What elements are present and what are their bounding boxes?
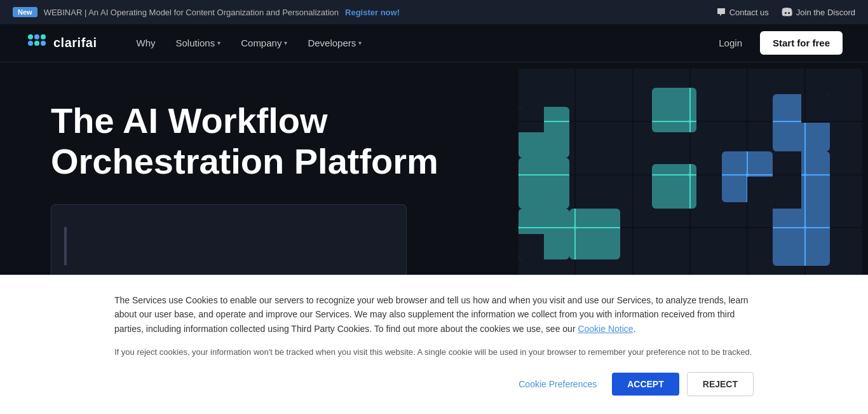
clarifai-logo-icon [25, 32, 48, 55]
nav-why[interactable]: Why [128, 32, 163, 53]
cookie-actions: Cookie Preferences ACCEPT REJECT [114, 372, 754, 396]
cookie-banner: The Services use Cookies to enable our s… [0, 275, 868, 414]
navbar: clarifai Why Solutions ▾ Company ▾ Devel… [0, 24, 868, 62]
svg-point-4 [34, 41, 39, 46]
accept-button[interactable]: ACCEPT [612, 373, 679, 396]
reject-button[interactable]: REJECT [687, 372, 754, 396]
company-chevron-icon: ▾ [284, 39, 287, 46]
contact-us-link[interactable]: Contact us [716, 7, 769, 17]
cookie-preferences-button[interactable]: Cookie Preferences [511, 374, 604, 394]
announcement-left: New WEBINAR | An AI Operating Model for … [13, 7, 400, 17]
svg-point-1 [34, 34, 39, 39]
solutions-chevron-icon: ▾ [217, 39, 220, 46]
announcement-text: WEBINAR | An AI Operating Model for Cont… [44, 8, 339, 17]
logo[interactable]: clarifai [25, 32, 97, 55]
discord-icon [782, 8, 793, 17]
register-link[interactable]: Register now! [345, 8, 400, 17]
hero-title: The AI Workflow Orchestration Platform [51, 100, 438, 183]
svg-point-5 [41, 41, 46, 46]
cookie-notice-link[interactable]: Cookie Notice [578, 324, 633, 334]
nav-links: Why Solutions ▾ Company ▾ Developers ▾ [128, 32, 711, 53]
cookie-main-text: The Services use Cookies to enable our s… [114, 293, 754, 336]
nav-solutions[interactable]: Solutions ▾ [168, 32, 228, 53]
discord-label: Join the Discord [796, 8, 855, 17]
chat-icon [716, 7, 726, 17]
svg-point-2 [41, 34, 46, 39]
announcement-right: Contact us Join the Discord [716, 7, 855, 17]
cookie-reject-info: If you reject cookies, your information … [114, 346, 754, 359]
developers-chevron-icon: ▾ [358, 39, 362, 46]
svg-point-3 [28, 41, 33, 46]
login-button[interactable]: Login [711, 32, 750, 53]
start-free-button[interactable]: Start for free [760, 31, 843, 55]
logo-text: clarifai [53, 36, 97, 50]
announcement-bar: New WEBINAR | An AI Operating Model for … [0, 0, 868, 24]
nav-actions: Login Start for free [711, 31, 843, 55]
hero-section: The AI Workflow Orchestration Platform [0, 62, 868, 287]
svg-point-0 [28, 34, 33, 39]
contact-us-label: Contact us [729, 8, 769, 17]
hero-grid-decoration [512, 62, 868, 287]
discord-link[interactable]: Join the Discord [782, 8, 855, 17]
video-timeline [64, 227, 67, 265]
nav-company[interactable]: Company ▾ [233, 32, 295, 53]
nav-developers[interactable]: Developers ▾ [300, 32, 369, 53]
hero-content: The AI Workflow Orchestration Platform [51, 100, 438, 202]
new-badge: New [13, 7, 37, 17]
